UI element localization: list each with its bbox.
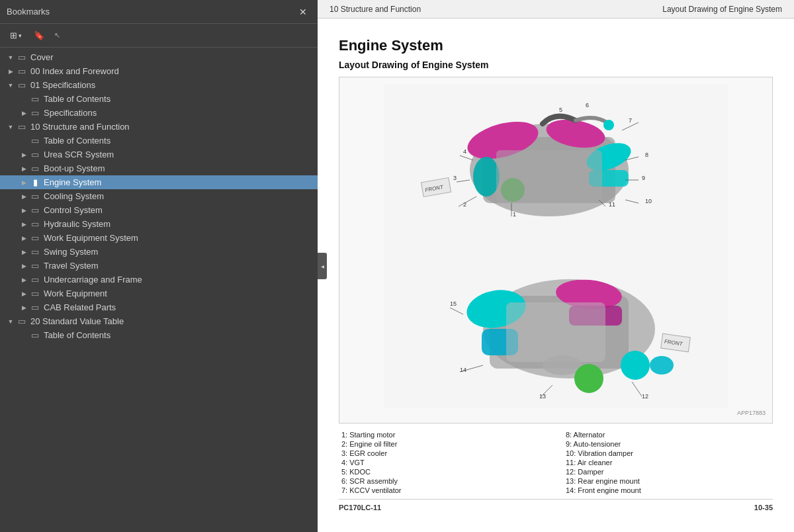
expand-arrow-down-icon: ▼ — [8, 54, 14, 61]
collapse-panel-button[interactable]: ◂ — [318, 253, 327, 279]
tree-item-10-toc[interactable]: ▶▭Table of Contents — [0, 134, 318, 148]
bookmarks-title: Bookmarks — [7, 7, 50, 17]
expand-arrow-right-icon: ▶ — [9, 68, 13, 75]
tree-item-label-boot-up: Boot-up System — [44, 163, 105, 173]
tree-item-label-cover: Cover — [30, 52, 54, 62]
svg-text:7: 7 — [629, 117, 632, 124]
tree-item-10-structure[interactable]: ▼▭10 Structure and Function — [0, 120, 318, 134]
svg-text:12: 12 — [642, 393, 648, 400]
tree-item-cab[interactable]: ▶▭CAB Related Parts — [0, 300, 318, 314]
tree-item-01-specs[interactable]: ▼▭01 Specifications — [0, 78, 318, 92]
svg-text:3: 3 — [453, 175, 457, 181]
tree-item-work-equip[interactable]: ▶▭Work Equipment — [0, 287, 318, 300]
expand-arrow-down-icon: ▼ — [8, 318, 14, 325]
dropdown-arrow-icon: ▾ — [19, 32, 22, 39]
tree-item-travel[interactable]: ▶▭Travel System — [0, 259, 318, 273]
svg-text:10: 10 — [645, 198, 652, 204]
legend-item-13: 13: Rear engine mount — [566, 476, 770, 486]
tree-item-label-engine-system: Engine System — [44, 177, 101, 187]
legend-item-1: 1: Starting motor — [341, 430, 546, 439]
legend-item-14: 14: Front engine mount — [566, 486, 770, 495]
tree-item-swing[interactable]: ▶▭Swing System — [0, 245, 318, 259]
tree-item-01-specs-item[interactable]: ▶▭Specifications — [0, 106, 318, 120]
bookmarks-panel: Bookmarks ✕ ⊞ ▾ 🔖 ↖ ▼▭Cover▶▭00 Index an… — [0, 0, 318, 532]
bookmark-icon-10-toc: ▭ — [29, 136, 41, 146]
svg-text:14: 14 — [460, 367, 466, 373]
tree-item-label-20-std: 20 Standard Value Table — [30, 316, 124, 326]
tree-item-20-std[interactable]: ▼▭20 Standard Value Table — [0, 314, 318, 328]
tree-item-label-01-toc: Table of Contents — [44, 94, 110, 104]
header-left: 10 Structure and Function — [330, 5, 421, 14]
bookmarks-header: Bookmarks ✕ — [0, 0, 318, 24]
bookmark-icon-boot-up: ▭ — [29, 163, 41, 173]
svg-point-43 — [574, 364, 603, 393]
expand-arrow-right-icon: ▶ — [22, 304, 26, 311]
bookmark-icon: 🔖 — [34, 30, 44, 40]
bookmark-icon-01-toc: ▭ — [29, 94, 41, 104]
bookmark-icon-engine-system: ▮ — [29, 177, 41, 187]
bookmark-icon-10-structure: ▭ — [16, 122, 28, 132]
bookmark-icon-work-equip: ▭ — [29, 288, 41, 298]
tree-container[interactable]: ▼▭Cover▶▭00 Index and Foreword▼▭01 Speci… — [0, 48, 318, 532]
svg-text:13: 13 — [539, 393, 546, 400]
tree-item-label-work-equip-sys: Work Equipment System — [44, 233, 138, 243]
bookmark-icon-swing: ▭ — [29, 247, 41, 257]
expand-arrow-down-icon: ▼ — [8, 124, 14, 130]
legend-item-12: 12: Damper — [566, 467, 770, 476]
tree-item-engine-system[interactable]: ▶▮Engine System — [0, 175, 318, 189]
bookmark-icon-undercarriage: ▭ — [29, 275, 41, 285]
expand-arrow-down-icon: ▼ — [8, 82, 14, 89]
legend-item-8: 8: Alternator — [566, 430, 770, 439]
legend-item-7: 7: KCCV ventilator — [341, 486, 546, 495]
expand-arrow-right-icon: ▶ — [22, 263, 26, 269]
legend-item-11: 11: Air cleaner — [566, 458, 770, 467]
bookmark-icon-01-specs: ▭ — [16, 80, 28, 90]
svg-rect-9 — [496, 150, 602, 203]
document-panel: 10 Structure and Function Layout Drawing… — [318, 0, 794, 532]
tree-item-20-toc[interactable]: ▶▭Table of Contents — [0, 328, 318, 342]
tree-item-control[interactable]: ▶▭Control System — [0, 203, 318, 217]
svg-rect-41 — [506, 302, 605, 362]
tree-item-01-toc[interactable]: ▶▭Table of Contents — [0, 92, 318, 106]
expand-icon: ⊞ — [10, 30, 17, 40]
tree-item-label-cooling: Cooling System — [44, 191, 104, 201]
document-header: 10 Structure and Function Layout Drawing… — [318, 0, 794, 19]
tree-item-label-travel: Travel System — [44, 261, 99, 271]
tree-item-undercarriage[interactable]: ▶▭Undercarriage and Frame — [0, 273, 318, 287]
tree-item-hydraulic[interactable]: ▶▭Hydraulic System — [0, 217, 318, 231]
svg-text:15: 15 — [450, 300, 457, 307]
svg-point-44 — [650, 356, 674, 375]
expand-arrow-right-icon: ▶ — [22, 235, 26, 242]
tree-item-urea-scr[interactable]: ▶▭Urea SCR System — [0, 148, 318, 161]
svg-point-10 — [603, 120, 614, 130]
engine-bottom-view: 15 14 13 12 FRONT — [384, 243, 728, 408]
footer-page: 10-35 — [754, 504, 773, 511]
tree-item-label-hydraulic: Hydraulic System — [44, 219, 110, 229]
tree-item-label-undercarriage: Undercarriage and Frame — [44, 275, 142, 285]
cursor-indicator: ↖ — [54, 31, 60, 40]
tree-item-boot-up[interactable]: ▶▭Boot-up System — [0, 161, 318, 175]
expand-all-button[interactable]: ⊞ ▾ — [5, 28, 26, 43]
svg-text:6: 6 — [586, 102, 589, 109]
expand-arrow-right-icon: ▶ — [22, 221, 26, 228]
tree-item-00-index[interactable]: ▶▭00 Index and Foreword — [0, 64, 318, 78]
bookmark-icon-travel: ▭ — [29, 261, 41, 271]
doc-main-title: Engine System — [339, 37, 773, 54]
engine-diagram: 7 5 6 8 9 10 11 4 3 2 1 FRONT — [339, 77, 773, 423]
expand-arrow-right-icon: ▶ — [22, 179, 26, 186]
svg-text:4: 4 — [463, 148, 466, 155]
tree-item-cover[interactable]: ▼▭Cover — [0, 50, 318, 64]
tree-item-work-equip-sys[interactable]: ▶▭Work Equipment System — [0, 231, 318, 245]
tree-item-label-swing: Swing System — [44, 247, 98, 257]
close-button[interactable]: ✕ — [295, 5, 311, 19]
bookmark-icon-20-std: ▭ — [16, 316, 28, 326]
svg-text:5: 5 — [559, 107, 562, 113]
bookmark-view-button[interactable]: 🔖 — [29, 28, 49, 43]
document-content[interactable]: Engine System Layout Drawing of Engine S… — [318, 19, 794, 532]
tree-item-cooling[interactable]: ▶▭Cooling System — [0, 189, 318, 203]
bookmark-icon-01-specs-item: ▭ — [29, 108, 41, 118]
legend-item-2: 2: Engine oil filter — [341, 439, 546, 449]
legend-item-4: 4: VGT — [341, 458, 546, 467]
legend-item-6: 6: SCR assembly — [341, 476, 546, 486]
tree-item-label-20-toc: Table of Contents — [44, 330, 110, 340]
